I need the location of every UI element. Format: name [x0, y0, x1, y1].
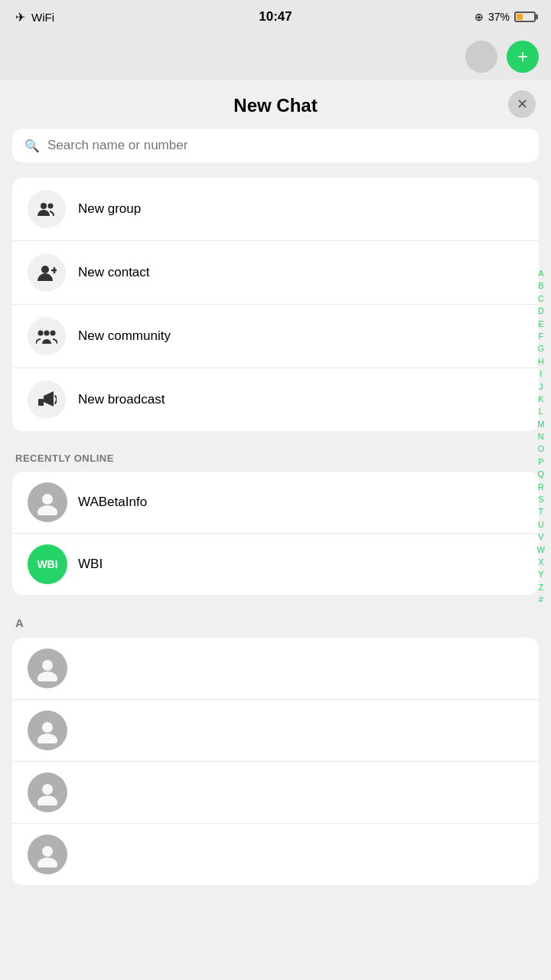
status-left-icons: ✈ WiFi	[15, 10, 54, 24]
section-a-label: A	[15, 616, 24, 629]
svg-point-7	[51, 331, 56, 336]
section-a-header: A	[0, 610, 551, 638]
contact-a1-avatar	[28, 648, 67, 688]
contact-a4[interactable]	[12, 824, 539, 885]
wabetainfo-avatar	[28, 482, 67, 522]
battery-percentage: 37%	[488, 11, 510, 23]
alpha-Z[interactable]: Z	[535, 582, 546, 593]
svg-point-5	[38, 331, 44, 336]
alpha-G[interactable]: G	[535, 343, 548, 354]
alpha-U[interactable]: U	[535, 519, 547, 531]
svg-point-15	[37, 733, 57, 743]
wbi-name: WBI	[78, 557, 103, 572]
header: New Chat ✕	[0, 80, 551, 129]
alpha-A[interactable]: A	[535, 268, 546, 279]
new-group-label: New group	[78, 201, 141, 217]
alphabet-index: A B C D E F G H I J K L M N O P Q R S T …	[534, 268, 548, 606]
new-contact-icon	[28, 253, 66, 292]
svg-point-17	[37, 795, 57, 805]
new-group-option[interactable]: New group	[12, 178, 539, 241]
alpha-W[interactable]: W	[534, 544, 548, 556]
alpha-P[interactable]: P	[535, 456, 546, 468]
search-container: 🔍	[0, 129, 551, 178]
contact-a3[interactable]	[12, 762, 539, 824]
contact-a2-avatar	[28, 710, 67, 750]
recently-online-card: WABetaInfo WBI WBI	[12, 472, 539, 595]
page-title: New Chat	[233, 95, 317, 116]
alpha-C[interactable]: C	[535, 293, 547, 305]
alpha-T[interactable]: T	[535, 506, 546, 518]
status-time: 10:47	[259, 9, 292, 24]
alpha-N[interactable]: N	[535, 431, 547, 443]
svg-point-1	[48, 204, 54, 209]
top-bar: +	[0, 34, 551, 80]
svg-point-2	[41, 266, 49, 273]
alpha-Y[interactable]: Y	[535, 569, 546, 580]
new-community-label: New community	[78, 328, 171, 344]
new-contact-option[interactable]: New contact	[12, 241, 539, 305]
wbi-avatar-text: WBI	[37, 558, 57, 570]
new-community-option[interactable]: New community	[12, 305, 539, 368]
alpha-M[interactable]: M	[534, 419, 547, 430]
svg-point-10	[42, 494, 53, 505]
section-a-card	[12, 638, 539, 885]
svg-point-11	[37, 505, 57, 515]
svg-marker-9	[44, 391, 54, 407]
alpha-V[interactable]: V	[535, 531, 546, 543]
new-broadcast-icon	[28, 381, 66, 419]
battery-icon	[514, 11, 536, 22]
wabetainfo-contact[interactable]: WABetaInfo	[12, 472, 539, 534]
alpha-Q[interactable]: Q	[535, 469, 548, 480]
options-card: New group New contact	[12, 178, 539, 431]
contact-a4-avatar	[28, 835, 67, 874]
alpha-H[interactable]: H	[535, 356, 547, 368]
close-button[interactable]: ✕	[508, 90, 536, 118]
alpha-I[interactable]: I	[536, 368, 545, 380]
svg-point-12	[42, 660, 53, 671]
alpha-B[interactable]: B	[535, 280, 546, 292]
svg-point-6	[44, 331, 50, 336]
status-bar: ✈ WiFi 10:47 ⊕ 37%	[0, 0, 551, 34]
status-right-icons: ⊕ 37%	[474, 11, 536, 23]
wabetainfo-name: WABetaInfo	[78, 495, 147, 510]
svg-point-14	[42, 722, 53, 733]
alpha-X[interactable]: X	[535, 557, 546, 568]
new-broadcast-label: New broadcast	[78, 392, 165, 407]
airplane-icon: ✈	[15, 10, 25, 24]
new-contact-label: New contact	[78, 265, 150, 280]
alpha-K[interactable]: K	[535, 394, 546, 405]
svg-point-18	[42, 846, 53, 857]
new-group-icon	[28, 190, 66, 228]
wifi-icon: WiFi	[31, 11, 54, 24]
main-content: New Chat ✕ 🔍 New group	[0, 80, 551, 980]
svg-point-0	[41, 203, 47, 209]
alpha-E[interactable]: E	[535, 318, 546, 330]
contact-a2[interactable]	[12, 700, 539, 762]
wbi-avatar: WBI	[28, 544, 67, 584]
wbi-contact[interactable]: WBI WBI	[12, 534, 539, 595]
svg-point-16	[42, 784, 53, 795]
location-icon: ⊕	[474, 11, 484, 23]
close-icon: ✕	[517, 96, 528, 113]
search-input[interactable]	[47, 138, 527, 153]
alpha-S[interactable]: S	[535, 494, 546, 505]
alpha-J[interactable]: J	[536, 381, 546, 393]
alpha-hash[interactable]: #	[536, 594, 546, 606]
alpha-F[interactable]: F	[535, 331, 546, 342]
add-new-button[interactable]: +	[507, 41, 539, 73]
svg-rect-8	[38, 399, 44, 406]
alpha-D[interactable]: D	[535, 305, 547, 317]
search-icon: 🔍	[24, 139, 40, 153]
recently-online-label: RECENTLY ONLINE	[0, 446, 551, 472]
alpha-O[interactable]: O	[535, 443, 548, 455]
contact-a3-avatar	[28, 773, 67, 812]
user-avatar-small	[465, 41, 497, 73]
recently-online-section: RECENTLY ONLINE WABetaInfo WBI WBI	[0, 446, 551, 595]
alpha-L[interactable]: L	[536, 406, 546, 417]
search-bar: 🔍	[12, 129, 539, 162]
battery-fill	[517, 14, 523, 20]
contact-a1[interactable]	[12, 638, 539, 700]
alpha-R[interactable]: R	[535, 482, 547, 493]
new-broadcast-option[interactable]: New broadcast	[12, 368, 539, 431]
new-community-icon	[28, 317, 66, 355]
